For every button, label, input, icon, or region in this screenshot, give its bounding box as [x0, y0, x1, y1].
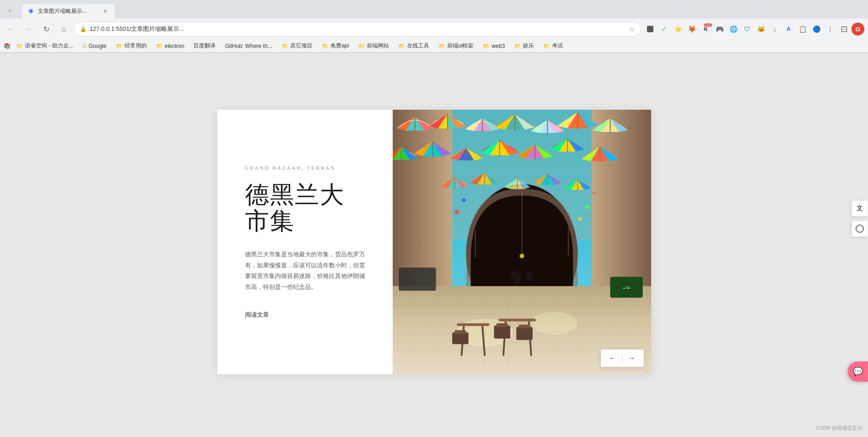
folder-icon: 📁: [16, 43, 23, 49]
folder-icon: 📁: [116, 43, 123, 49]
svg-point-112: [454, 210, 459, 214]
tab-close-button[interactable]: ✕: [102, 7, 109, 15]
folder-icon: 📁: [514, 43, 521, 49]
bookmark-electron[interactable]: 📁 electron: [152, 42, 188, 50]
refresh-button[interactable]: ↻: [39, 22, 54, 36]
svg-point-70: [531, 312, 578, 335]
svg-rect-85: [399, 267, 436, 290]
prev-image-button[interactable]: ←: [607, 353, 618, 363]
folder-icon: 📁: [543, 43, 550, 49]
svg-rect-75: [454, 330, 466, 334]
extension-icon-6[interactable]: 🌐: [727, 23, 740, 35]
bookmark-label: 在线工具: [407, 42, 429, 50]
extension-icon-10[interactable]: A: [782, 23, 795, 35]
bookmark-yuque[interactable]: 📁 语雀空间 - 助力企...: [12, 41, 77, 51]
bookmark-free-api[interactable]: 📁 免费api: [318, 41, 353, 51]
bookmark-google[interactable]: G Google: [79, 42, 110, 50]
accessibility-icon: [856, 224, 864, 233]
bookmark-frontend[interactable]: 📁 前端网站: [354, 41, 393, 51]
article-location: GRAND BAZAAR, TEHRAN: [245, 165, 365, 171]
extension-icon-4[interactable]: 🦊: [685, 23, 698, 35]
translate-button[interactable]: 文: [851, 200, 868, 217]
bookmark-github[interactable]: GitHub: Where th...: [221, 42, 276, 50]
svg-rect-81: [516, 327, 532, 340]
extension-icon-new[interactable]: N new: [699, 23, 712, 35]
svg-rect-74: [452, 332, 468, 344]
bookmark-label: 百度翻译: [193, 42, 216, 50]
extension-icon-11[interactable]: 📋: [796, 23, 809, 35]
bookmark-online-tools[interactable]: 📁 在线工具: [395, 41, 433, 51]
svg-rect-76: [498, 319, 536, 321]
extension-icon-9[interactable]: ↓: [768, 23, 781, 35]
folder-icon: 📁: [281, 43, 288, 49]
bookmark-label: 前端网站: [367, 42, 389, 50]
extension-icon-3[interactable]: ⭐: [671, 23, 684, 35]
bookmark-star-icon[interactable]: ☆: [629, 25, 635, 33]
nav-divider: [622, 354, 623, 362]
forward-button[interactable]: →: [21, 22, 36, 36]
svg-point-116: [593, 192, 595, 195]
browser-menu-button[interactable]: ⊡: [838, 23, 850, 35]
extension-icon-12[interactable]: 🔵: [810, 23, 823, 35]
bookmarks-bar-icon: 📚: [4, 43, 11, 49]
bookmark-baidu[interactable]: 百度翻译: [190, 41, 219, 51]
next-image-button[interactable]: →: [626, 353, 637, 363]
folder-icon: 📁: [322, 43, 329, 49]
tab-nav-buttons: +: [4, 5, 17, 18]
active-tab[interactable]: 文章图片缩略展示... ✕: [22, 4, 114, 18]
browser-chrome: + 文章图片缩略展示... ✕ ← → ↻ ⌂ 🔒 127.0.0.1:5501…: [0, 0, 868, 53]
bookmark-label: 前端ui框架: [447, 42, 473, 50]
menu-button[interactable]: ⋮: [824, 23, 837, 35]
tab-favicon: [28, 8, 34, 14]
bookmark-entertainment[interactable]: 📁 娱乐: [510, 41, 538, 51]
svg-text:شاپ: شاپ: [623, 285, 630, 289]
extension-icon-2[interactable]: ✓: [658, 23, 670, 35]
chat-button[interactable]: 💬: [848, 361, 868, 382]
svg-point-115: [578, 217, 581, 221]
bookmark-ui-framework[interactable]: 📁 前端ui框架: [435, 41, 477, 51]
bazaar-image: شاپ: [393, 110, 651, 374]
article-description: 德黑兰大市集是当地最大的市集，货品包罗万有，如果慢慢逛，应该可以流年数小时，但需…: [245, 249, 365, 292]
extension-icon-1[interactable]: [644, 23, 657, 35]
right-sidebar: 文: [851, 200, 868, 237]
watermark: CSDN @前端交互仔: [816, 425, 862, 431]
svg-point-0: [29, 9, 33, 13]
svg-rect-79: [494, 325, 510, 338]
main-content: GRAND BAZAAR, TEHRAN 德黑兰大市集 德黑兰大市集是当地最大的…: [0, 53, 868, 431]
extension-icon-8[interactable]: 🐱: [754, 23, 767, 35]
back-button[interactable]: ←: [4, 22, 18, 36]
bookmark-exam[interactable]: 📁 考试: [539, 41, 567, 51]
profile-button[interactable]: G: [851, 23, 864, 35]
svg-point-114: [584, 205, 589, 209]
chat-icon: 💬: [853, 366, 863, 377]
svg-point-109: [513, 270, 521, 283]
accessibility-button[interactable]: [851, 220, 868, 237]
bookmark-label: 娱乐: [523, 42, 534, 50]
bookmark-other-projects[interactable]: 📁 其它项目: [278, 41, 316, 51]
bookmark-label: 免费api: [330, 42, 349, 50]
bookmark-label: Google: [89, 43, 107, 49]
svg-point-110: [510, 272, 515, 277]
article-left-panel: GRAND BAZAAR, TEHRAN 德黑兰大市集 德黑兰大市集是当地最大的…: [217, 110, 393, 374]
svg-rect-80: [496, 323, 508, 327]
new-tab-button[interactable]: +: [4, 5, 17, 18]
read-article-link[interactable]: 阅读文章: [245, 311, 365, 319]
bookmark-label: web3: [491, 43, 505, 49]
translate-icon: 文: [856, 204, 863, 213]
folder-icon: 📁: [358, 43, 365, 49]
tab-bar: + 文章图片缩略展示... ✕: [0, 0, 868, 18]
bookmarks-bar: 📚 📁 语雀空间 - 助力企... G Google 📁 经常用的 📁 elec…: [0, 40, 868, 53]
extension-icon-7[interactable]: 🛡: [741, 23, 754, 35]
bookmark-web3[interactable]: 📁 web3: [479, 42, 509, 50]
home-button[interactable]: ⌂: [56, 22, 71, 36]
refresh-icon: ↻: [43, 25, 49, 34]
extension-icon-5[interactable]: 🎮: [713, 23, 726, 35]
bookmark-label: 经常用的: [125, 42, 147, 50]
address-bar[interactable]: 🔒 127.0.0.1:5501/文章图片缩略展示... ☆: [74, 22, 641, 36]
svg-rect-82: [518, 325, 530, 328]
folder-icon: 📁: [156, 43, 163, 49]
article-image-panel: شاپ: [393, 110, 651, 374]
bookmark-label: electron: [165, 43, 185, 49]
bookmark-frequent[interactable]: 📁 经常用的: [112, 41, 150, 51]
bookmark-label: 语雀空间 - 助力企...: [25, 42, 73, 50]
